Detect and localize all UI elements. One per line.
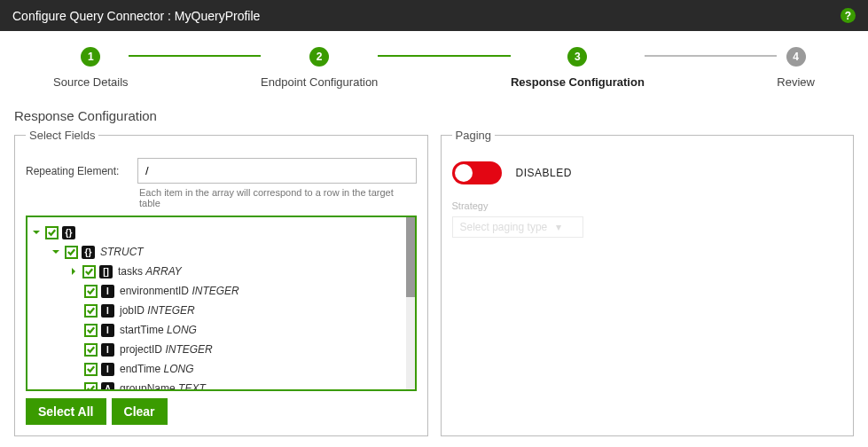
section-title: Response Configuration (14, 108, 854, 123)
tree-row-field[interactable]: I projectID INTEGER (31, 340, 403, 359)
checkbox[interactable] (84, 343, 98, 357)
step-circle: 4 (786, 47, 806, 67)
node-name: endTime LONG (120, 363, 194, 375)
wizard-stepper: 1 Source Details 2 Endpoint Configuratio… (0, 31, 868, 108)
modal-header: Configure Query Connector : MyQueryProfi… (0, 0, 868, 31)
type-badge-integer-icon: I (101, 285, 114, 298)
chevron-down-icon[interactable] (51, 247, 61, 257)
tree-row-struct[interactable]: {} STRUCT (31, 242, 403, 262)
strategy-label: Strategy (452, 200, 843, 211)
node-name: startTime LONG (120, 324, 197, 336)
type-badge-text-icon: A (101, 382, 114, 392)
toggle-knob-icon (455, 164, 473, 182)
checkbox[interactable] (65, 246, 78, 259)
node-name: projectID INTEGER (120, 343, 213, 356)
repeating-element-label: Repeating Element: (26, 165, 130, 177)
node-name: tasks ARRAY (118, 265, 182, 278)
strategy-placeholder: Select paging type (460, 221, 548, 233)
step-circle: 3 (567, 47, 587, 67)
checkbox[interactable] (45, 226, 59, 239)
clear-button[interactable]: Clear (112, 398, 168, 425)
step-connector (378, 55, 511, 57)
tree-row-root[interactable]: {} (31, 223, 403, 242)
step-label: Endpoint Configuration (261, 75, 378, 89)
modal-title: Configure Query Connector : MyQueryProfi… (12, 9, 260, 23)
type-badge-integer-icon: I (101, 324, 114, 337)
step-label: Source Details (53, 75, 129, 89)
paging-panel: Paging DISABLED Strategy Select paging t… (441, 129, 855, 436)
node-name: groupName TEXT (120, 382, 206, 391)
step-connector (129, 55, 262, 57)
step-label: Review (777, 75, 815, 89)
step-circle: 1 (81, 47, 100, 67)
field-tree[interactable]: {} {} STRUCT [] tasks ARRAY (26, 216, 417, 391)
chevron-down-icon: ▾ (556, 221, 561, 233)
type-badge-integer-icon: I (101, 363, 114, 376)
step-circle: 2 (309, 47, 329, 67)
node-name: environmentID INTEGER (120, 285, 239, 297)
chevron-right-icon[interactable] (68, 266, 79, 277)
paging-toggle-label: DISABLED (516, 167, 572, 179)
tree-row-field[interactable]: I jobID INTEGER (31, 301, 403, 320)
checkbox[interactable] (84, 382, 98, 392)
select-fields-legend: Select Fields (26, 129, 98, 142)
select-fields-panel: Select Fields Repeating Element: Each it… (14, 129, 428, 436)
type-badge-object-icon: {} (62, 226, 75, 239)
type-badge-object-icon: {} (82, 246, 95, 259)
type-badge-integer-icon: I (101, 304, 114, 318)
tree-row-field[interactable]: I startTime LONG (31, 320, 403, 340)
tree-scrollbar[interactable] (406, 217, 415, 389)
chevron-down-icon[interactable] (31, 227, 42, 238)
tree-scrollbar-thumb[interactable] (406, 217, 415, 297)
type-badge-integer-icon: I (101, 343, 114, 357)
checkbox[interactable] (84, 285, 98, 298)
step-connector (645, 55, 778, 57)
checkbox[interactable] (82, 265, 96, 278)
help-icon[interactable]: ? (841, 8, 856, 23)
step-source-details[interactable]: 1 Source Details (53, 47, 129, 89)
step-review[interactable]: 4 Review (777, 47, 815, 89)
tree-row-field[interactable]: I environmentID INTEGER (31, 281, 403, 301)
repeating-element-input[interactable] (137, 158, 417, 184)
paging-legend: Paging (452, 129, 495, 142)
select-all-button[interactable]: Select All (26, 398, 106, 425)
step-response-config[interactable]: 3 Response Configuration (511, 47, 645, 89)
checkbox[interactable] (84, 324, 98, 337)
tree-row-field[interactable]: I endTime LONG (31, 359, 403, 379)
tree-row-tasks[interactable]: [] tasks ARRAY (31, 262, 403, 281)
strategy-select: Select paging type ▾ (452, 216, 583, 238)
type-badge-array-icon: [] (99, 265, 113, 278)
node-name: jobID INTEGER (120, 304, 195, 317)
paging-toggle[interactable] (452, 161, 502, 184)
repeating-element-hint: Each item in the array will correspond t… (139, 187, 417, 208)
step-label: Response Configuration (511, 75, 645, 89)
node-label: STRUCT (100, 246, 144, 258)
checkbox[interactable] (84, 363, 98, 376)
step-endpoint-config[interactable]: 2 Endpoint Configuration (261, 47, 378, 89)
tree-row-field[interactable]: A groupName TEXT (31, 379, 403, 391)
checkbox[interactable] (84, 304, 98, 318)
